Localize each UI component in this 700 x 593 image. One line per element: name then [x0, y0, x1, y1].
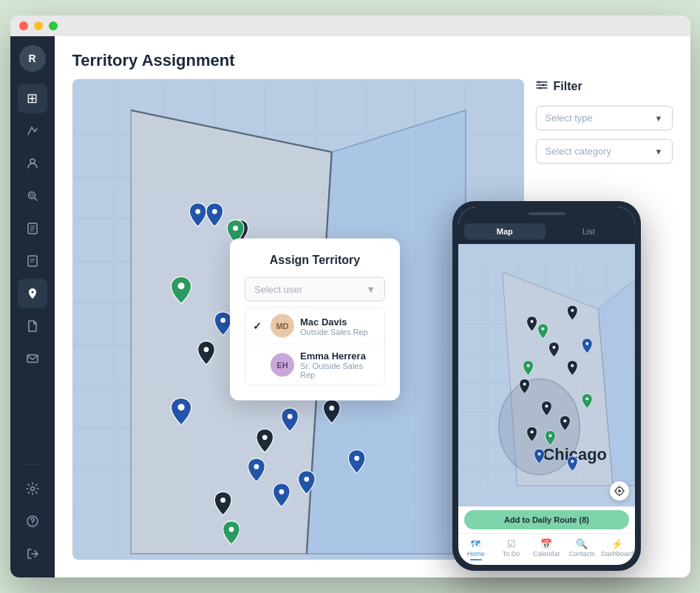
close-button[interactable] — [19, 21, 28, 30]
svg-point-91 — [546, 404, 548, 407]
minimize-button[interactable] — [34, 21, 43, 30]
svg-point-96 — [571, 460, 574, 463]
assign-territory-popup: Assign Territory Select user ▼ ✓ MD — [230, 239, 400, 401]
mobile-tabs: Map List — [464, 223, 629, 240]
svg-line-2 — [34, 198, 37, 201]
chevron-down-icon: ▼ — [655, 147, 663, 156]
assign-title: Assign Territory — [245, 254, 385, 267]
sidebar-item-settings[interactable] — [18, 474, 47, 504]
filter-header: Filter — [536, 79, 673, 94]
sidebar-item-doc[interactable] — [18, 246, 47, 276]
svg-point-94 — [585, 342, 588, 345]
page-header: Territory Assignment — [55, 36, 690, 79]
user-item-emma-herrera[interactable]: ✓ EH Emma Herrera Sr. Outside Sales Rep — [245, 345, 384, 385]
tab-list[interactable]: List — [548, 223, 630, 240]
mobile-screen: Map List — [458, 207, 635, 565]
svg-point-54 — [262, 435, 267, 440]
avatar[interactable]: R — [19, 45, 46, 72]
sidebar-item-contacts[interactable] — [18, 149, 47, 178]
check-icon: ✓ — [253, 320, 265, 332]
svg-point-52 — [203, 347, 208, 352]
filter-label: Filter — [554, 80, 582, 93]
calendar-nav-icon: 📅 — [540, 538, 552, 549]
mobile-nav-calendar[interactable]: 📅 Calendar — [529, 536, 565, 563]
filter-category-select[interactable]: Select category ▼ — [536, 139, 673, 163]
sidebar-item-dashboard[interactable]: ⊞ — [18, 84, 47, 113]
user-name-emma: Emma Herrera — [300, 350, 377, 362]
user-avatar-mac: MD — [271, 314, 294, 338]
chevron-down-icon: ▼ — [655, 114, 663, 123]
svg-point-90 — [523, 382, 526, 385]
svg-point-89 — [571, 365, 574, 367]
svg-point-87 — [571, 309, 574, 312]
sidebar-item-routes[interactable] — [18, 116, 47, 146]
user-avatar-emma: EH — [271, 353, 294, 376]
svg-point-45 — [287, 414, 292, 419]
titlebar — [10, 16, 690, 36]
svg-point-13 — [30, 487, 34, 491]
sidebar-item-logout[interactable] — [18, 539, 47, 569]
sidebar: R ⊞ — [10, 36, 55, 577]
sidebar-item-mail[interactable] — [18, 344, 47, 373]
mobile-notch — [458, 207, 635, 220]
svg-point-88 — [552, 346, 555, 349]
svg-point-58 — [233, 226, 238, 231]
filter-icon — [536, 79, 548, 94]
mobile-map-svg: Chicago — [458, 244, 635, 506]
sidebar-item-reports[interactable] — [18, 214, 47, 243]
dashboard-nav-icon: ⚡ — [611, 538, 623, 549]
mobile-map: Chicago — [458, 244, 635, 506]
svg-point-50 — [279, 489, 284, 495]
svg-point-0 — [30, 159, 35, 163]
sidebar-item-map[interactable] — [18, 279, 47, 308]
notch-bar — [529, 212, 565, 215]
mobile-nav-home[interactable]: 🗺 Home — [458, 536, 494, 563]
sidebar-item-search[interactable] — [18, 181, 47, 211]
svg-point-97 — [542, 328, 545, 331]
svg-point-66 — [537, 81, 540, 84]
contacts-nav-icon: 🔍 — [576, 538, 588, 549]
svg-point-92 — [563, 419, 566, 422]
svg-rect-8 — [28, 256, 37, 266]
svg-point-86 — [531, 320, 534, 323]
page-title: Territory Assignment — [72, 51, 673, 70]
sidebar-item-file[interactable] — [18, 311, 47, 341]
svg-point-42 — [220, 318, 225, 323]
svg-rect-12 — [27, 355, 38, 362]
mobile-device: Map List — [452, 201, 641, 571]
svg-point-93 — [531, 430, 534, 433]
svg-point-15 — [32, 523, 33, 524]
svg-point-3 — [30, 194, 33, 197]
svg-point-48 — [354, 455, 359, 461]
svg-point-57 — [220, 498, 225, 503]
svg-point-95 — [538, 453, 541, 455]
svg-point-40 — [211, 209, 217, 214]
svg-point-56 — [329, 406, 334, 411]
user-select-dropdown[interactable]: Select user ▼ — [245, 277, 385, 302]
location-button[interactable] — [610, 481, 629, 501]
mobile-nav-todo[interactable]: ☑ To Do — [494, 536, 529, 563]
mobile-bottom-nav: 🗺 Home ☑ To Do 📅 Calendar 🔍 Contacts — [458, 533, 635, 565]
mobile-nav-contacts[interactable]: 🔍 Contacts — [564, 536, 599, 563]
svg-point-39 — [195, 209, 200, 214]
svg-point-98 — [527, 365, 530, 367]
todo-nav-icon: ☑ — [507, 538, 516, 549]
user-item-mac-davis[interactable]: ✓ MD Mac Davis Outside Sales Rep — [245, 308, 384, 345]
sidebar-item-help[interactable] — [18, 506, 47, 536]
svg-point-11 — [31, 291, 33, 294]
mobile-tab-bar: Map List — [458, 220, 635, 244]
empty-check: ✓ — [253, 359, 265, 370]
mobile-nav-dashboard[interactable]: ⚡ Dashboard — [599, 536, 635, 563]
home-nav-icon: 🗺 — [471, 538, 480, 549]
tab-map[interactable]: Map — [464, 223, 546, 240]
filter-type-select[interactable]: Select type ▼ — [536, 106, 673, 130]
svg-point-67 — [542, 84, 544, 87]
add-daily-route-button[interactable]: Add to Daily Route (8) — [464, 510, 629, 529]
svg-point-102 — [618, 489, 621, 492]
svg-point-49 — [254, 464, 259, 470]
sidebar-divider — [21, 464, 44, 465]
svg-point-100 — [585, 397, 588, 400]
user-role-emma: Sr. Outside Sales Rep — [300, 362, 377, 379]
svg-point-61 — [228, 527, 234, 532]
maximize-button[interactable] — [49, 21, 58, 30]
